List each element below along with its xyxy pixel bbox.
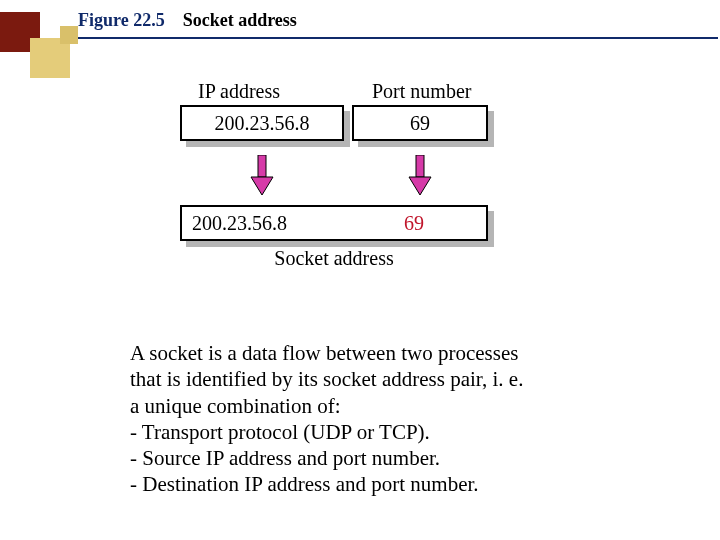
arrow-port-box bbox=[352, 155, 488, 195]
arrow-ip-box bbox=[180, 155, 344, 195]
label-port-number: Port number bbox=[366, 80, 512, 103]
body-line-4: - Transport protocol (UDP or TCP). bbox=[130, 419, 560, 445]
diagram-value-row: 200.23.56.8 69 bbox=[180, 105, 500, 141]
port-value-cell: 69 bbox=[352, 105, 488, 141]
combined-port-value: 69 bbox=[352, 213, 476, 233]
arrow-down-icon bbox=[249, 155, 275, 195]
svg-marker-1 bbox=[251, 177, 273, 195]
figure-title: Socket address bbox=[183, 10, 297, 30]
socket-combined-cell: 200.23.56.8 69 bbox=[180, 205, 488, 241]
label-ip-address: IP address bbox=[180, 80, 358, 103]
port-cell-wrap: 69 bbox=[352, 105, 488, 141]
slide-header: Figure 22.5 Socket address bbox=[78, 10, 710, 39]
body-line-3: a unique combination of: bbox=[130, 393, 560, 419]
body-line-1: A socket is a data flow between two proc… bbox=[130, 340, 560, 366]
combined-value-cell: 200.23.56.8 69 bbox=[180, 205, 488, 241]
label-socket-address: Socket address bbox=[180, 247, 488, 270]
deco-square-medium bbox=[30, 38, 70, 78]
body-text: A socket is a data flow between two proc… bbox=[130, 340, 560, 498]
header-rule bbox=[78, 37, 718, 39]
svg-rect-2 bbox=[416, 155, 424, 177]
deco-square-small bbox=[60, 26, 78, 44]
svg-rect-0 bbox=[258, 155, 266, 177]
body-line-5: - Source IP address and port number. bbox=[130, 445, 560, 471]
ip-value-cell: 200.23.56.8 bbox=[180, 105, 344, 141]
figure-number: Figure 22.5 bbox=[78, 10, 165, 30]
ip-cell-wrap: 200.23.56.8 bbox=[180, 105, 344, 141]
svg-marker-3 bbox=[409, 177, 431, 195]
body-line-6: - Destination IP address and port number… bbox=[130, 471, 560, 497]
arrow-down-icon bbox=[407, 155, 433, 195]
diagram-arrows bbox=[180, 155, 500, 195]
combined-ip-value: 200.23.56.8 bbox=[192, 213, 352, 233]
socket-diagram: IP address Port number 200.23.56.8 69 bbox=[180, 80, 500, 270]
diagram-top-labels: IP address Port number bbox=[180, 80, 500, 103]
body-line-2: that is identified by its socket address… bbox=[130, 366, 560, 392]
